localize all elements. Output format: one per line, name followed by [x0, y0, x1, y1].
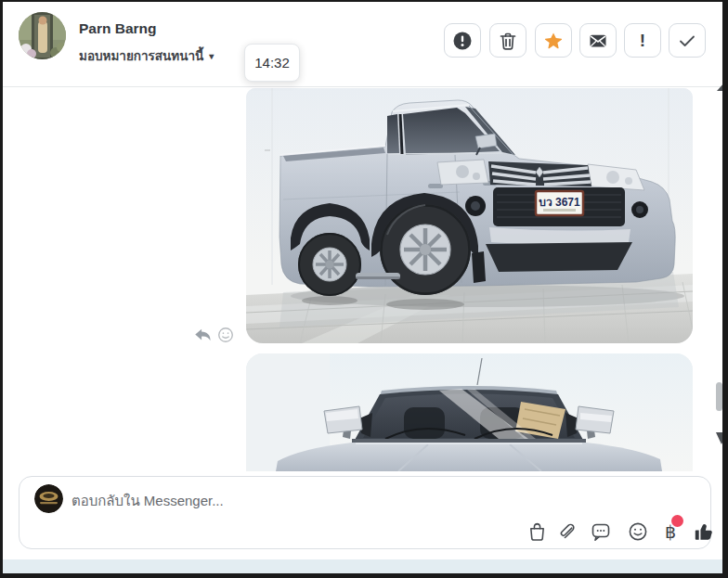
contact-name: Parn Barng	[79, 20, 157, 37]
message-image-truck-front[interactable]	[246, 353, 693, 471]
shopping-bag-icon[interactable]	[526, 520, 548, 544]
time-tooltip-text: 14:32	[254, 55, 290, 71]
notification-dot	[671, 515, 683, 527]
scrollbar-top-arrow[interactable]	[717, 82, 725, 91]
delete-button[interactable]	[489, 23, 526, 58]
report-button[interactable]	[444, 23, 481, 58]
envelope-icon	[587, 30, 609, 52]
message-image-truck-side[interactable]: บว 3671	[246, 88, 693, 343]
truck-side-photo: บว 3671	[246, 88, 693, 343]
alert-circle-icon	[451, 30, 474, 52]
attachment-icon[interactable]	[555, 520, 578, 544]
time-tooltip: 14:32	[244, 44, 300, 82]
mark-important-button[interactable]: !	[624, 23, 661, 58]
comment-icon[interactable]	[590, 520, 612, 544]
emoji-icon[interactable]	[627, 520, 649, 544]
thumbs-up-icon[interactable]	[692, 520, 714, 544]
reply-composer[interactable]: ตอบกลับใน Messenger... ฿	[19, 476, 711, 549]
avatar-photo	[19, 12, 66, 59]
truck-front-photo	[246, 353, 693, 471]
reply-input[interactable]: ตอบกลับใน Messenger...	[72, 490, 224, 512]
scroll-down-arrow[interactable]	[716, 432, 727, 444]
reply-icon[interactable]	[193, 326, 212, 344]
check-icon	[676, 30, 698, 52]
assign-conversation-dropdown[interactable]: มอบหมายการสนทนานี้ ▾	[79, 45, 214, 66]
exclamation-icon: !	[640, 32, 645, 49]
avatar[interactable]	[19, 12, 66, 59]
star-button[interactable]	[535, 23, 572, 58]
page-avatar	[34, 484, 63, 513]
react-emoji-icon[interactable]	[216, 326, 235, 344]
header-divider	[3, 86, 722, 87]
mark-done-button[interactable]	[669, 23, 706, 58]
scrollbar-thumb[interactable]	[716, 382, 722, 411]
star-icon	[542, 30, 565, 52]
footer-strip	[3, 559, 722, 573]
assign-conversation-label: มอบหมายการสนทนานี้	[79, 45, 203, 66]
license-plate-text: บว 3671	[539, 196, 580, 209]
mark-unread-button[interactable]	[579, 23, 617, 58]
chevron-down-icon: ▾	[209, 51, 214, 61]
trash-icon	[497, 30, 519, 52]
